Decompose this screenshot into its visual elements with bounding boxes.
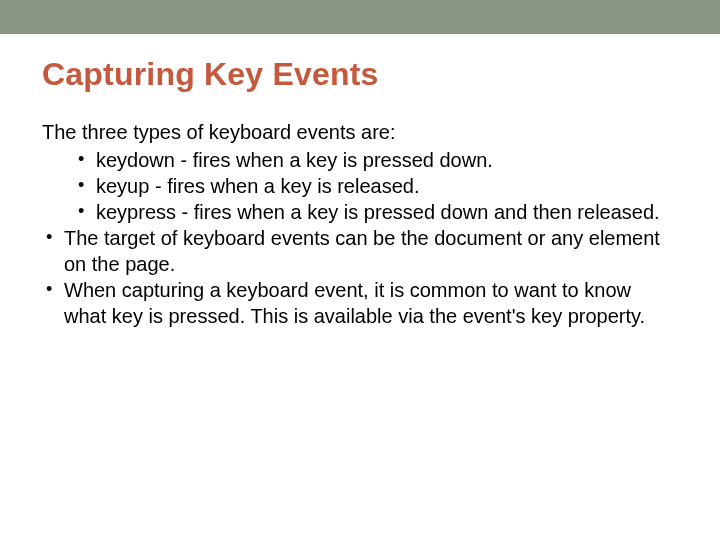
list-item: When capturing a keyboard event, it is c… [42,277,672,329]
slide-title: Capturing Key Events [42,56,672,93]
sub-bullet-list: keydown - fires when a key is pressed do… [42,147,672,225]
lead-text: The three types of keyboard events are: [42,119,672,145]
list-item-text: keypress - fires when a key is pressed d… [96,201,660,223]
list-item: keyup - fires when a key is released. [74,173,672,199]
list-item-text: keyup - fires when a key is released. [96,175,420,197]
accent-top-bar [0,0,720,34]
list-item: keypress - fires when a key is pressed d… [74,199,672,225]
main-bullet-list: The target of keyboard events can be the… [42,225,672,329]
list-item: The target of keyboard events can be the… [42,225,672,277]
list-item-text: When capturing a keyboard event, it is c… [64,279,645,327]
slide-content: Capturing Key Events The three types of … [0,34,720,329]
body-text: The three types of keyboard events are: … [42,119,672,329]
list-item-text: The target of keyboard events can be the… [64,227,660,275]
list-item-text: keydown - fires when a key is pressed do… [96,149,493,171]
list-item: keydown - fires when a key is pressed do… [74,147,672,173]
